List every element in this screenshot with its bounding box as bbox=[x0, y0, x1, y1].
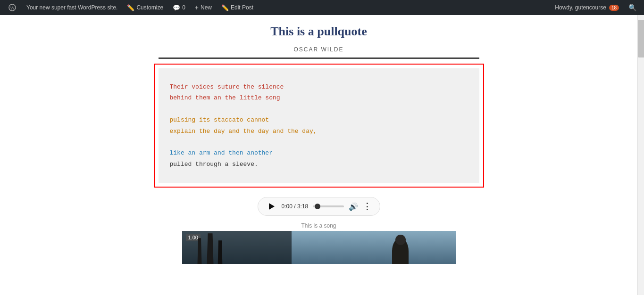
code-line-2: behind them an the little song bbox=[170, 92, 468, 103]
edit-post-label: Edit Post bbox=[231, 4, 253, 11]
bottom-image: 1.00 bbox=[182, 231, 456, 264]
play-button[interactable] bbox=[267, 201, 277, 212]
comments-count: 0 bbox=[182, 4, 185, 11]
comments-icon: 💬 bbox=[173, 4, 180, 11]
plus-icon: + bbox=[195, 4, 199, 11]
wp-logo-button[interactable]: W bbox=[4, 0, 21, 15]
svg-text:W: W bbox=[10, 6, 15, 10]
pullquote-title: This is a pullquote bbox=[159, 25, 479, 39]
wp-logo-icon: W bbox=[8, 3, 17, 12]
customize-icon: ✏️ bbox=[127, 4, 134, 11]
code-line-spacer-2 bbox=[170, 137, 468, 148]
pullquote-section: This is a pullquote OSCAR WILDE bbox=[159, 17, 479, 59]
song-caption: This is a song bbox=[301, 222, 336, 229]
comments-link[interactable]: 💬 0 bbox=[169, 0, 189, 15]
audio-player: 0:00 / 3:18 🔊 ⋮ bbox=[258, 197, 380, 216]
code-line-1: Their voices suture the silence bbox=[170, 82, 468, 92]
site-name-link[interactable]: Your new super fast WordPress site. bbox=[23, 0, 121, 15]
site-name-text: Your new super fast WordPress site. bbox=[26, 4, 117, 11]
pullquote-author: OSCAR WILDE bbox=[159, 46, 479, 53]
code-line-4: explain the day and the day and the day, bbox=[170, 126, 468, 137]
more-options-button[interactable]: ⋮ bbox=[363, 201, 371, 212]
progress-indicator bbox=[315, 204, 320, 209]
customize-link[interactable]: ✏️ Customize bbox=[123, 0, 167, 15]
new-label: New bbox=[201, 4, 212, 11]
scrollbar-thumb[interactable] bbox=[638, 20, 644, 57]
code-block-wrapper: Their voices suture the silence behind t… bbox=[154, 64, 484, 188]
total-time: 3:18 bbox=[297, 203, 308, 210]
code-line-spacer-1 bbox=[170, 104, 468, 115]
current-time: 0:00 bbox=[282, 203, 293, 210]
code-line-5: like an arm and then another bbox=[170, 148, 468, 158]
new-content-link[interactable]: + New bbox=[191, 0, 216, 15]
edit-post-link[interactable]: ✏️ Edit Post bbox=[217, 0, 257, 15]
time-separator: / bbox=[294, 203, 297, 210]
code-line-3: pulsing its staccato cannot bbox=[170, 115, 468, 125]
volume-button[interactable]: 🔊 bbox=[349, 202, 358, 211]
content-area: This is a pullquote OSCAR WILDE Their vo… bbox=[0, 15, 637, 295]
customize-label: Customize bbox=[136, 4, 163, 11]
admin-bar: W Your new super fast WordPress site. ✏️… bbox=[0, 0, 644, 15]
code-line-6: pulled through a sleeve. bbox=[170, 159, 468, 170]
adminbar-right-section: Howdy, gutencourse 18 🔍 bbox=[551, 0, 640, 15]
search-icon: 🔍 bbox=[628, 4, 636, 11]
edit-icon: ✏️ bbox=[221, 4, 229, 11]
preformatted-block: Their voices suture the silence behind t… bbox=[159, 68, 479, 183]
audio-progress-bar[interactable] bbox=[313, 205, 343, 207]
search-button[interactable]: 🔍 bbox=[625, 0, 640, 15]
page-wrapper: This is a pullquote OSCAR WILDE Their vo… bbox=[0, 15, 644, 295]
howdy-menu[interactable]: Howdy, gutencourse 18 bbox=[551, 0, 623, 15]
howdy-text: Howdy, gutencourse bbox=[555, 4, 606, 11]
time-display: 0:00 / 3:18 bbox=[282, 203, 309, 210]
notification-badge: 18 bbox=[609, 5, 619, 11]
play-icon bbox=[269, 203, 275, 210]
scrollbar-track[interactable] bbox=[637, 15, 644, 295]
